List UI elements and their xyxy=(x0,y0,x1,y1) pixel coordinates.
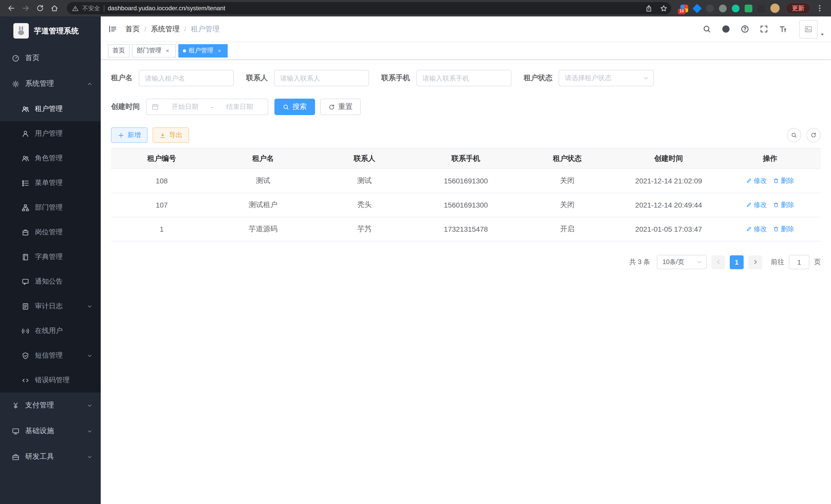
browser-reload-button[interactable] xyxy=(34,2,46,14)
add-button[interactable]: 新增 xyxy=(111,127,147,143)
sidebar-item-tenant[interactable]: 租户管理 xyxy=(0,97,101,121)
tenant-name-input[interactable] xyxy=(139,70,234,86)
browser-forward-button[interactable] xyxy=(20,2,32,14)
delete-button[interactable]: 删除 xyxy=(773,225,794,234)
sidebar-item-user[interactable]: 用户管理 xyxy=(0,121,101,146)
tab-label: 部门管理 xyxy=(137,46,161,55)
column-header: 联系手机 xyxy=(415,148,517,169)
sidebar-item-system[interactable]: 系统管理 xyxy=(0,71,101,97)
delete-label: 删除 xyxy=(781,200,794,210)
edit-button[interactable]: 修改 xyxy=(746,225,767,234)
page-1-button[interactable]: 1 xyxy=(730,255,744,269)
tab-tenant[interactable]: 租户管理 xyxy=(178,44,228,57)
sidebar-item-pay[interactable]: 支付管理 xyxy=(0,392,101,418)
cell-actions: 修改删除 xyxy=(719,193,821,217)
extension-icon[interactable] xyxy=(692,4,702,13)
sidebar-item-dict[interactable]: 字典管理 xyxy=(0,244,101,269)
tab-close-icon[interactable] xyxy=(164,47,171,54)
submenu-system: 租户管理用户管理角色管理菜单管理部门管理岗位管理字典管理通知公告审计日志在线用户… xyxy=(0,97,101,392)
sidebar-item-sms[interactable]: 短信管理 xyxy=(0,343,101,368)
extension-icon[interactable] xyxy=(732,4,740,12)
reset-button[interactable]: 重置 xyxy=(320,99,361,115)
browser-back-button[interactable] xyxy=(5,2,18,14)
user-avatar-menu[interactable] xyxy=(799,20,825,38)
sidebar-item-post[interactable]: 岗位管理 xyxy=(0,220,101,244)
profile-avatar[interactable] xyxy=(770,4,780,13)
share-button[interactable] xyxy=(643,3,654,14)
cell-contact: 芋艿 xyxy=(314,217,415,241)
screen: 不安全 dashboard.yudao.iocoder.cn/system/te… xyxy=(0,0,831,504)
breadcrumb-item[interactable]: 系统管理 xyxy=(151,24,180,34)
breadcrumb-item[interactable]: 首页 xyxy=(125,24,140,34)
sidebar-item-dept[interactable]: 部门管理 xyxy=(0,195,101,220)
column-header: 租户状态 xyxy=(516,148,618,169)
column-header: 操作 xyxy=(719,148,821,169)
sidebar-item-dev-tools[interactable]: 研发工具 xyxy=(0,444,101,470)
table-header-row: 租户编号 租户名 联系人 联系手机 租户状态 创建时间 操作 xyxy=(111,148,821,169)
extension-icon[interactable] xyxy=(745,4,752,12)
refresh-table-button[interactable] xyxy=(806,128,821,142)
extension-icon[interactable] xyxy=(706,4,714,12)
badge-icon xyxy=(22,228,29,236)
extension-icon[interactable] xyxy=(757,4,765,12)
browser-home-button[interactable] xyxy=(48,2,61,14)
sidebar-item-infra[interactable]: 基础设施 xyxy=(0,418,101,444)
address-bar[interactable]: 不安全 dashboard.yudao.iocoder.cn/system/te… xyxy=(67,2,671,14)
sidebar-item-menu[interactable]: 菜单管理 xyxy=(0,171,101,195)
next-page-button[interactable] xyxy=(748,255,762,269)
tenant-name-label: 租户名 xyxy=(111,73,133,83)
tab-close-icon[interactable] xyxy=(216,47,223,54)
extension-icon[interactable] xyxy=(719,4,727,12)
cell-status: 关闭 xyxy=(516,169,618,193)
font-size-button[interactable] xyxy=(775,21,791,37)
date-range-picker[interactable]: 开始日期 - 结束日期 xyxy=(146,99,268,115)
create-time-label: 创建时间 xyxy=(111,102,140,112)
help-button[interactable] xyxy=(737,21,752,37)
broken-image-icon xyxy=(799,20,818,38)
sidebar-item-label: 角色管理 xyxy=(35,154,92,163)
delete-button[interactable]: 删除 xyxy=(773,176,794,185)
filter-mobile: 联系手机 xyxy=(381,70,511,86)
sidebar-item-label: 研发工具 xyxy=(25,452,81,462)
prev-page-button[interactable] xyxy=(711,255,725,269)
goto-page-input[interactable] xyxy=(789,255,809,269)
sidebar-item-notice[interactable]: 通知公告 xyxy=(0,269,101,294)
toggle-search-button[interactable] xyxy=(787,128,801,142)
delete-button[interactable]: 删除 xyxy=(773,200,794,210)
add-button-label: 新增 xyxy=(127,130,141,140)
search-button[interactable]: 搜索 xyxy=(275,99,315,115)
top-navbar: 首页/系统管理/租户管理 xyxy=(101,17,831,42)
sidebar-item-home[interactable]: 首页 xyxy=(0,45,101,71)
sidebar-item-error-code[interactable]: 错误码管理 xyxy=(0,368,101,392)
page-size-select[interactable]: 10条/页 xyxy=(657,255,707,269)
sidebar-item-label: 通知公告 xyxy=(35,277,92,286)
fullscreen-button[interactable] xyxy=(756,21,771,37)
browser-update-button[interactable]: 更新 xyxy=(786,3,810,14)
browser-menu-button[interactable] xyxy=(813,2,826,14)
sidebar-item-role[interactable]: 角色管理 xyxy=(0,146,101,171)
sidebar-item-audit-log[interactable]: 审计日志 xyxy=(0,294,101,319)
edit-button[interactable]: 修改 xyxy=(746,200,767,210)
extension-icon[interactable]: 10 xyxy=(681,4,688,12)
export-button[interactable]: 导出 xyxy=(153,127,189,143)
tab-dept[interactable]: 部门管理 xyxy=(132,44,176,57)
cell-contact: 测试 xyxy=(314,169,415,193)
sidebar-item-online-user[interactable]: 在线用户 xyxy=(0,319,101,343)
edit-button[interactable]: 修改 xyxy=(746,176,767,185)
app-logo[interactable]: 芋道管理系统 xyxy=(0,17,101,45)
sidebar-item-label: 部门管理 xyxy=(35,203,92,212)
edit-label: 修改 xyxy=(754,200,767,210)
header-search-button[interactable] xyxy=(699,21,714,37)
yen-icon xyxy=(12,402,20,409)
tab-home[interactable]: 首页 xyxy=(108,44,130,57)
edit-label: 修改 xyxy=(754,225,767,234)
cell-mobile: 15601691300 xyxy=(415,193,517,217)
sidebar-collapse-button[interactable] xyxy=(105,21,120,37)
contact-input[interactable] xyxy=(274,70,369,86)
tenant-status-select[interactable]: 请选择租户状态 xyxy=(558,70,654,86)
mobile-input[interactable] xyxy=(416,70,511,86)
sidebar-item-label: 支付管理 xyxy=(25,401,81,410)
bookmark-star-button[interactable] xyxy=(658,3,669,14)
breadcrumb: 首页/系统管理/租户管理 xyxy=(125,24,220,34)
github-button[interactable] xyxy=(718,21,733,37)
